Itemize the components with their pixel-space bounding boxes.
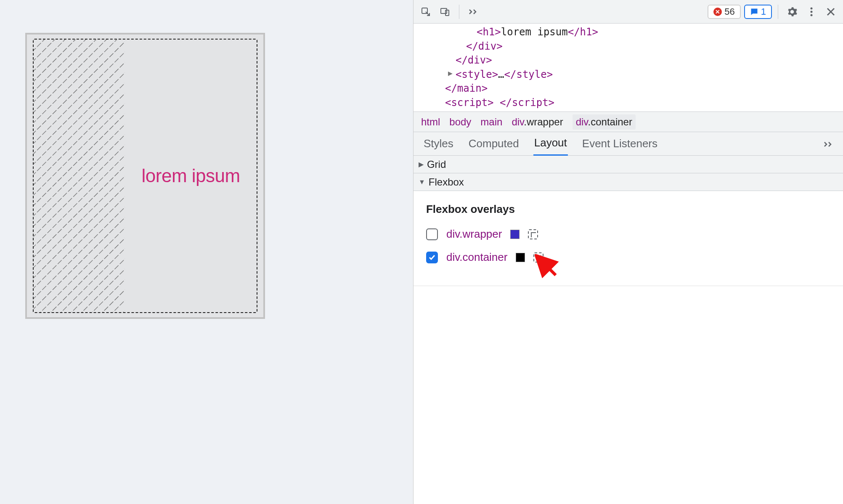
tab-computed[interactable]: Computed bbox=[468, 133, 520, 154]
elements-dom-tree[interactable]: <h1>lorem ipsum</h1> </div> </div> ▶<sty… bbox=[414, 24, 843, 112]
reveal-element-icon[interactable] bbox=[528, 229, 538, 239]
svg-point-7 bbox=[810, 14, 812, 16]
kebab-menu-icon[interactable] bbox=[803, 4, 819, 20]
tab-event-listeners[interactable]: Event Listeners bbox=[581, 133, 658, 154]
sidebar-tabs: Styles Computed Layout Event Listeners bbox=[414, 132, 843, 156]
reveal-element-icon[interactable] bbox=[533, 252, 543, 263]
messages-badge[interactable]: 1 bbox=[744, 5, 772, 19]
flex-hatched-area bbox=[34, 40, 125, 312]
error-icon: ✕ bbox=[713, 8, 722, 16]
tab-styles[interactable]: Styles bbox=[423, 133, 454, 154]
device-toggle-icon[interactable] bbox=[437, 4, 453, 20]
overlay-row-wrapper: div.wrapper bbox=[426, 228, 830, 241]
overlay-selector[interactable]: div.wrapper bbox=[446, 228, 502, 241]
section-grid[interactable]: ▶ Grid bbox=[414, 156, 843, 173]
dom-token: </div> bbox=[456, 54, 492, 66]
dom-token: </main> bbox=[445, 82, 488, 94]
close-icon[interactable] bbox=[823, 4, 839, 20]
crumb-wrapper[interactable]: div.wrapper bbox=[512, 116, 563, 128]
flexbox-overlays-panel: Flexbox overlays div.wrapper div.contain… bbox=[414, 191, 843, 286]
caret-down-icon: ▼ bbox=[419, 178, 425, 186]
heading-text: lorem ipsum bbox=[142, 165, 240, 186]
dom-token: … bbox=[498, 69, 504, 80]
messages-count: 1 bbox=[761, 6, 766, 17]
crumb-main[interactable]: main bbox=[480, 116, 502, 128]
more-tabs-icon[interactable] bbox=[465, 4, 481, 20]
crumb-html[interactable]: html bbox=[421, 116, 440, 128]
dom-token: </div> bbox=[466, 40, 503, 52]
tab-layout[interactable]: Layout bbox=[533, 132, 568, 156]
page-preview: lorem ipsum bbox=[0, 0, 413, 504]
message-icon bbox=[750, 8, 758, 16]
svg-rect-1 bbox=[34, 40, 125, 312]
dom-token: </style> bbox=[504, 69, 553, 80]
panel-title: Flexbox overlays bbox=[426, 203, 830, 216]
dom-token: <h1> bbox=[477, 26, 501, 38]
errors-count: 56 bbox=[724, 6, 734, 17]
errors-badge[interactable]: ✕ 56 bbox=[708, 5, 740, 19]
settings-icon[interactable] bbox=[784, 4, 800, 20]
divider bbox=[778, 5, 778, 19]
dom-token: </h1> bbox=[568, 26, 598, 38]
overlay-row-container: div.container bbox=[426, 251, 830, 264]
devtools-panel: ✕ 56 1 <h1>lorem ipsum</h1> </div> </div… bbox=[413, 0, 843, 504]
flex-item-text: lorem ipsum bbox=[125, 40, 257, 312]
color-swatch[interactable] bbox=[510, 230, 520, 239]
checkbox-wrapper[interactable] bbox=[426, 228, 438, 240]
section-label: Grid bbox=[427, 159, 446, 170]
svg-point-6 bbox=[810, 11, 812, 13]
flex-overlay-outer: lorem ipsum bbox=[25, 33, 265, 319]
devtools-toolbar: ✕ 56 1 bbox=[414, 0, 843, 24]
dom-token: <style> bbox=[456, 69, 498, 80]
crumb-container[interactable]: div.container bbox=[573, 114, 636, 130]
inspect-icon[interactable] bbox=[418, 4, 434, 20]
caret-right-icon: ▶ bbox=[419, 160, 424, 168]
divider bbox=[459, 5, 459, 19]
dom-token: <script> </script> bbox=[445, 97, 554, 109]
expand-caret-icon[interactable]: ▶ bbox=[448, 68, 453, 78]
flex-overlay-inner: lorem ipsum bbox=[33, 39, 257, 313]
app-root: lorem ipsum ✕ 56 1 bbox=[0, 0, 843, 504]
dom-token: lorem ipsum bbox=[501, 26, 568, 38]
color-swatch[interactable] bbox=[516, 253, 525, 262]
breadcrumb: html body main div.wrapper div.container bbox=[414, 112, 843, 132]
crumb-body[interactable]: body bbox=[449, 116, 471, 128]
svg-point-5 bbox=[810, 7, 812, 9]
overlay-selector[interactable]: div.container bbox=[446, 251, 508, 264]
section-label: Flexbox bbox=[429, 176, 464, 188]
section-flexbox[interactable]: ▼ Flexbox bbox=[414, 173, 843, 191]
checkbox-container[interactable] bbox=[426, 252, 438, 263]
more-tabs-icon[interactable] bbox=[823, 133, 834, 154]
